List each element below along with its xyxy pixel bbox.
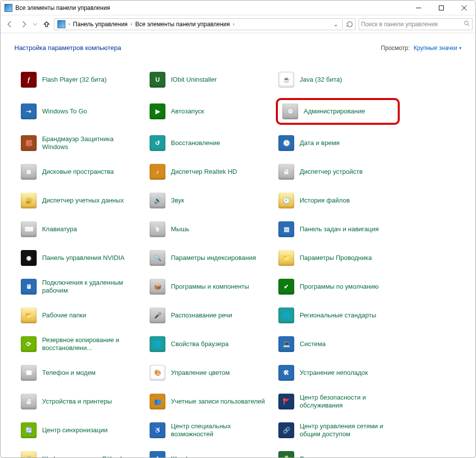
cp-item-label: Шифрование диска BitLocker xyxy=(42,455,129,458)
flash-icon: ƒ xyxy=(20,71,37,88)
cp-item-defaults[interactable]: ✔Программы по умолчанию xyxy=(276,276,400,297)
taskbar-icon: ▤ xyxy=(278,221,295,238)
up-button[interactable] xyxy=(40,18,53,31)
cp-item-label: Звук xyxy=(171,197,184,204)
cp-item-iobit[interactable]: UIObit Uninstaller xyxy=(147,69,271,90)
cp-item-backup[interactable]: ⟳Резервное копирование и восстановлени..… xyxy=(18,334,142,355)
cp-item-index[interactable]: 🔍Параметры индексирования xyxy=(147,248,271,268)
backup-icon: ⟳ xyxy=(20,336,37,353)
cp-item-taskbar[interactable]: ▤Панель задач и навигация xyxy=(276,219,400,240)
cp-item-region[interactable]: 🌐Региональные стандарты xyxy=(276,305,400,326)
realtek-icon: ♪ xyxy=(149,163,166,180)
cp-item-label: IObit Uninstaller xyxy=(171,76,216,84)
cp-item-sound[interactable]: 🔊Звук xyxy=(147,190,271,211)
refresh-button[interactable] xyxy=(344,18,356,30)
cp-item-label: Диспетчер Realtek HD xyxy=(171,168,237,176)
cp-item-network[interactable]: 🔗Центр управления сетями и общим доступо… xyxy=(276,420,400,441)
cp-item-label: Подключения к удаленным рабочим xyxy=(42,279,140,295)
breadcrumb[interactable]: › Панель управления › Все элементы панел… xyxy=(54,18,343,30)
cp-item-power[interactable]: 🔋Электропитание xyxy=(276,449,400,458)
cp-item-label: Резервное копирование и восстановлени... xyxy=(42,336,140,353)
svg-point-4 xyxy=(465,21,468,24)
cp-item-label: Диспетчер устройств xyxy=(300,168,363,176)
cp-item-java[interactable]: ☕Java (32 бита) xyxy=(276,69,400,90)
index-icon: 🔍 xyxy=(149,250,166,266)
region-icon: 🌐 xyxy=(278,307,295,324)
network-icon: 🔗 xyxy=(278,422,295,439)
cp-item-speech[interactable]: 🎤Распознавание речи xyxy=(147,305,271,326)
chevron-right-icon[interactable]: › xyxy=(67,21,71,27)
back-button[interactable] xyxy=(3,18,16,31)
cp-item-label: Центр специальных возможностей xyxy=(171,422,269,439)
cp-item-programs[interactable]: 📦Программы и компоненты xyxy=(147,276,271,297)
autorun-icon: ▶ xyxy=(149,103,166,120)
storage-icon: ≣ xyxy=(20,163,37,180)
ease-icon: ♿ xyxy=(149,422,166,439)
cp-item-phone[interactable]: ☎Телефон и модем xyxy=(18,362,142,383)
breadcrumb-seg-0[interactable]: Панель управления xyxy=(71,19,129,30)
breadcrumb-dropdown[interactable]: ⌄ xyxy=(330,21,341,28)
cp-item-fonts[interactable]: AШрифты xyxy=(147,449,271,458)
cp-item-label: Администрирование xyxy=(304,107,365,115)
cp-item-label: Свойства браузера xyxy=(171,340,228,348)
maximize-button[interactable] xyxy=(430,0,453,15)
trouble-icon: 🛠 xyxy=(278,364,295,381)
cp-item-label: История файлов xyxy=(300,197,350,204)
cp-item-label: Панель управления NVIDIA xyxy=(42,254,124,262)
cp-item-flash[interactable]: ƒFlash Player (32 бита) xyxy=(18,69,142,90)
cp-item-mouse[interactable]: 🖱Мышь xyxy=(147,219,271,240)
cp-item-datetime[interactable]: 🕓Дата и время xyxy=(276,133,400,153)
devices-icon: 🖨 xyxy=(20,393,37,410)
cp-item-inetopt[interactable]: 🌐Свойства браузера xyxy=(147,334,271,355)
cp-item-devmgr[interactable]: 🖨Диспетчер устройств xyxy=(276,161,400,182)
control-panel-grid: ƒFlash Player (32 бита)UIObit Uninstalle… xyxy=(0,54,476,458)
bitlocker-icon: 🔒 xyxy=(20,451,37,458)
remote-icon: 🖥 xyxy=(20,278,37,295)
cp-item-workfolders[interactable]: 📂Рабочие папки xyxy=(18,305,142,326)
cp-item-wtg[interactable]: ⇢Windows To Go xyxy=(18,98,142,125)
cp-item-system[interactable]: 💻Система xyxy=(276,334,400,355)
search-input[interactable] xyxy=(361,21,470,28)
search-icon xyxy=(464,20,470,28)
cp-item-explorer[interactable]: 📁Параметры Проводника xyxy=(276,248,400,268)
chevron-right-icon[interactable]: › xyxy=(130,21,133,27)
wtg-icon: ⇢ xyxy=(20,103,37,120)
cp-item-firewall[interactable]: 🧱Брандмауэр Защитника Windows xyxy=(18,133,142,153)
breadcrumb-seg-1[interactable]: Все элементы панели управления xyxy=(133,19,232,30)
cp-item-nvidia[interactable]: ◉Панель управления NVIDIA xyxy=(18,248,142,268)
cp-item-label: Windows To Go xyxy=(42,107,87,115)
cp-item-users[interactable]: 👥Учетные записи пользователей xyxy=(147,391,271,412)
recent-dropdown[interactable] xyxy=(31,18,39,31)
cp-item-label: Система xyxy=(300,340,325,348)
cp-item-cred[interactable]: 🔐Диспетчер учетных данных xyxy=(18,190,142,211)
cp-item-storage[interactable]: ≣Дисковые пространства xyxy=(18,161,142,182)
control-panel-icon xyxy=(4,4,12,12)
cp-item-label: Электропитание xyxy=(300,455,349,458)
cp-item-realtek[interactable]: ♪Диспетчер Realtek HD xyxy=(147,161,271,182)
titlebar: Все элементы панели управления xyxy=(0,0,476,15)
search-box[interactable] xyxy=(359,18,473,30)
minimize-button[interactable] xyxy=(407,0,430,15)
cp-item-filehist[interactable]: 🕘История файлов xyxy=(276,190,400,211)
inetopt-icon: 🌐 xyxy=(149,336,166,353)
forward-button[interactable] xyxy=(17,18,30,31)
view-value-dropdown[interactable]: Крупные значки xyxy=(414,45,462,51)
cp-item-trouble[interactable]: 🛠Устранение неполадок xyxy=(276,362,400,383)
cp-item-color[interactable]: 🎨Управление цветом xyxy=(147,362,271,383)
cp-item-devices[interactable]: 🖨Устройства и принтеры xyxy=(18,391,142,412)
cp-item-recovery[interactable]: ↺Восстановление xyxy=(147,133,271,153)
cp-item-remote[interactable]: 🖥Подключения к удаленным рабочим xyxy=(18,276,142,297)
cp-item-autorun[interactable]: ▶Автозапуск xyxy=(147,98,271,125)
system-icon: 💻 xyxy=(278,336,295,353)
explorer-icon: 📁 xyxy=(278,250,295,266)
cp-item-ease[interactable]: ♿Центр специальных возможностей xyxy=(147,420,271,441)
cp-item-label: Брандмауэр Защитника Windows xyxy=(42,135,140,152)
cp-item-label: Java (32 бита) xyxy=(300,76,342,84)
cp-item-security[interactable]: 🚩Центр безопасности и обслуживания xyxy=(276,391,400,412)
chevron-right-icon[interactable]: › xyxy=(232,21,235,27)
cp-item-sync[interactable]: 🔄Центр синхронизации xyxy=(18,420,142,441)
cp-item-bitlocker[interactable]: 🔒Шифрование диска BitLocker xyxy=(18,449,142,458)
close-button[interactable] xyxy=(453,0,476,15)
cp-item-keyboard[interactable]: ⌨Клавиатура xyxy=(18,219,142,240)
cp-item-admin[interactable]: ⚙Администрирование xyxy=(276,98,400,125)
